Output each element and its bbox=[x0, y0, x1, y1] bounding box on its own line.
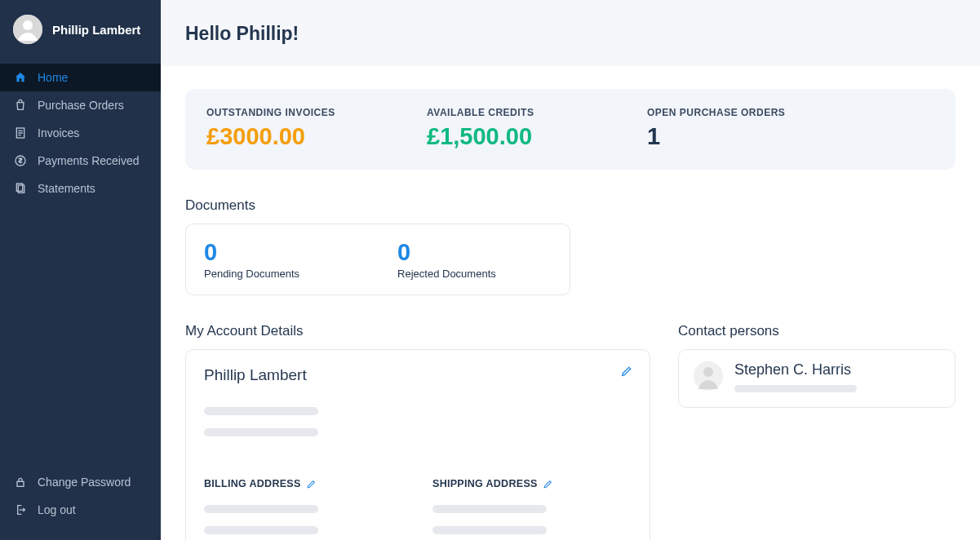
sidebar-user-header: Phillip Lambert bbox=[0, 0, 161, 59]
user-avatar bbox=[13, 15, 42, 44]
sidebar-user-name: Phillip Lambert bbox=[52, 23, 140, 37]
sidebar-item-statements[interactable]: Statements bbox=[0, 175, 161, 202]
documents-label: Pending Documents bbox=[204, 268, 299, 280]
edit-icon[interactable] bbox=[543, 479, 553, 489]
edit-account-icon[interactable] bbox=[620, 365, 633, 381]
sidebar-item-logout[interactable]: Log out bbox=[0, 496, 161, 524]
stat-value: 1 bbox=[647, 123, 810, 150]
billing-address: BILLING ADDRESS bbox=[204, 476, 384, 540]
svg-point-1 bbox=[23, 20, 33, 30]
sidebar-item-label: Home bbox=[38, 71, 68, 84]
hero-section: Hello Phillip! bbox=[161, 0, 980, 66]
placeholder-line bbox=[734, 385, 857, 392]
documents-section-title: Documents bbox=[185, 197, 956, 214]
sidebar-item-purchase-orders[interactable]: Purchase Orders bbox=[0, 91, 161, 119]
stat-label: OPEN PURCHASE ORDERS bbox=[647, 107, 810, 118]
content-area: OUTSTANDING INVOICES £3000.00 AVAILABLE … bbox=[161, 66, 980, 540]
sidebar-item-label: Payments Received bbox=[38, 154, 140, 167]
placeholder-line bbox=[204, 526, 318, 534]
sidebar-item-label: Invoices bbox=[38, 126, 79, 139]
svg-point-7 bbox=[703, 367, 713, 377]
sidebar-nav: Home Purchase Orders Invoices Payments R… bbox=[0, 64, 161, 202]
account-section-title: My Account Details bbox=[185, 323, 650, 339]
sidebar-item-change-password[interactable]: Change Password bbox=[0, 468, 161, 496]
placeholder-line bbox=[204, 428, 318, 436]
sidebar-item-home[interactable]: Home bbox=[0, 64, 161, 91]
sidebar-item-payments-received[interactable]: Payments Received bbox=[0, 147, 161, 175]
contacts-section-title: Contact persons bbox=[678, 323, 956, 339]
documents-rejected: 0 Rejected Documents bbox=[397, 239, 496, 280]
sidebar-item-invoices[interactable]: Invoices bbox=[0, 119, 161, 147]
stats-card: OUTSTANDING INVOICES £3000.00 AVAILABLE … bbox=[185, 89, 956, 170]
sidebar-item-label: Log out bbox=[38, 503, 76, 516]
greeting-title: Hello Phillip! bbox=[185, 23, 956, 45]
account-name: Phillip Lambert bbox=[204, 366, 632, 384]
stat-label: OUTSTANDING INVOICES bbox=[206, 107, 370, 118]
sidebar-item-label: Purchase Orders bbox=[38, 99, 124, 112]
stat-value: £3000.00 bbox=[206, 123, 370, 150]
stat-outstanding-invoices: OUTSTANDING INVOICES £3000.00 bbox=[206, 107, 370, 150]
shipping-address-label: SHIPPING ADDRESS bbox=[432, 478, 538, 489]
billing-address-title: BILLING ADDRESS bbox=[204, 478, 317, 489]
shipping-address: SHIPPING ADDRESS bbox=[432, 476, 612, 540]
contact-person-name: Stephen C. Harris bbox=[734, 361, 857, 378]
shipping-address-title: SHIPPING ADDRESS bbox=[432, 478, 553, 489]
avatar-icon bbox=[13, 15, 42, 44]
placeholder-line bbox=[204, 505, 318, 513]
home-icon bbox=[13, 71, 28, 84]
account-card: Phillip Lambert BILLING ADDRESS bbox=[185, 349, 650, 540]
person-icon bbox=[694, 361, 723, 391]
sidebar-item-label: Change Password bbox=[38, 476, 131, 489]
sidebar-bottom: Change Password Log out bbox=[0, 468, 161, 540]
sidebar-item-label: Statements bbox=[38, 182, 95, 195]
logout-icon bbox=[13, 503, 28, 516]
lock-icon bbox=[13, 476, 28, 489]
sidebar: Phillip Lambert Home Purchase Orders Inv… bbox=[0, 0, 161, 540]
edit-icon[interactable] bbox=[306, 479, 317, 489]
stat-value: £1,500.00 bbox=[427, 123, 590, 150]
dollar-icon bbox=[13, 154, 28, 167]
contact-avatar bbox=[694, 361, 723, 391]
stat-label: AVAILABLE CREDITS bbox=[427, 107, 590, 118]
documents-count: 0 bbox=[204, 239, 299, 266]
billing-address-label: BILLING ADDRESS bbox=[204, 478, 301, 489]
shopping-bag-icon bbox=[13, 99, 28, 112]
contact-card: Stephen C. Harris bbox=[678, 349, 956, 408]
svg-rect-6 bbox=[17, 481, 24, 486]
placeholder-line bbox=[432, 526, 547, 534]
placeholder-line bbox=[432, 505, 547, 513]
file-icon bbox=[13, 182, 28, 195]
documents-label: Rejected Documents bbox=[397, 268, 496, 280]
placeholder-line bbox=[204, 407, 318, 415]
documents-pending: 0 Pending Documents bbox=[204, 239, 299, 280]
receipt-icon bbox=[13, 126, 28, 139]
address-row: BILLING ADDRESS SHIPPING ADDRESS bbox=[204, 476, 632, 540]
documents-card: 0 Pending Documents 0 Rejected Documents bbox=[185, 224, 570, 295]
stat-available-credits: AVAILABLE CREDITS £1,500.00 bbox=[427, 107, 590, 150]
main-content: Hello Phillip! OUTSTANDING INVOICES £300… bbox=[161, 0, 980, 540]
stat-open-purchase-orders: OPEN PURCHASE ORDERS 1 bbox=[647, 107, 810, 150]
documents-count: 0 bbox=[397, 239, 496, 266]
